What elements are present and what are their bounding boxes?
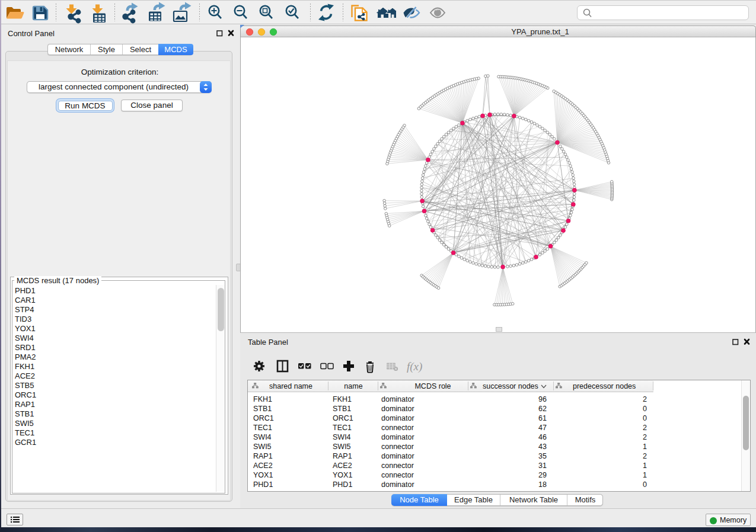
svg-text:f(x): f(x) <box>407 360 422 373</box>
